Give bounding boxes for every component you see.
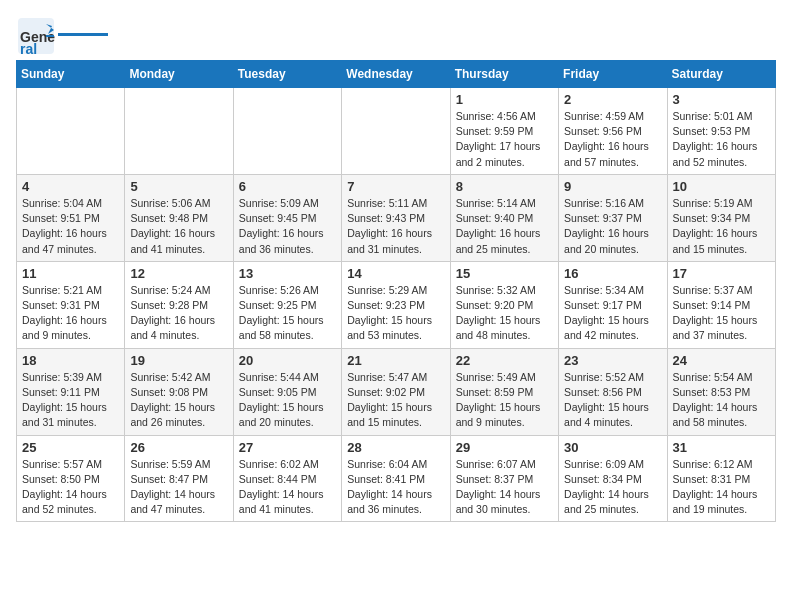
day-number: 7 <box>347 179 444 194</box>
calendar-cell: 15Sunrise: 5:32 AM Sunset: 9:20 PM Dayli… <box>450 261 558 348</box>
day-info: Sunrise: 5:14 AM Sunset: 9:40 PM Dayligh… <box>456 196 553 257</box>
calendar-cell: 4Sunrise: 5:04 AM Sunset: 9:51 PM Daylig… <box>17 174 125 261</box>
calendar-week-row: 4Sunrise: 5:04 AM Sunset: 9:51 PM Daylig… <box>17 174 776 261</box>
calendar-cell: 26Sunrise: 5:59 AM Sunset: 8:47 PM Dayli… <box>125 435 233 522</box>
day-info: Sunrise: 5:52 AM Sunset: 8:56 PM Dayligh… <box>564 370 661 431</box>
day-info: Sunrise: 4:59 AM Sunset: 9:56 PM Dayligh… <box>564 109 661 170</box>
day-number: 23 <box>564 353 661 368</box>
day-number: 14 <box>347 266 444 281</box>
day-number: 25 <box>22 440 119 455</box>
day-number: 26 <box>130 440 227 455</box>
day-info: Sunrise: 5:34 AM Sunset: 9:17 PM Dayligh… <box>564 283 661 344</box>
day-number: 2 <box>564 92 661 107</box>
calendar-cell: 20Sunrise: 5:44 AM Sunset: 9:05 PM Dayli… <box>233 348 341 435</box>
calendar-cell <box>17 88 125 175</box>
calendar-cell: 5Sunrise: 5:06 AM Sunset: 9:48 PM Daylig… <box>125 174 233 261</box>
day-info: Sunrise: 6:12 AM Sunset: 8:31 PM Dayligh… <box>673 457 770 518</box>
day-info: Sunrise: 5:39 AM Sunset: 9:11 PM Dayligh… <box>22 370 119 431</box>
day-number: 21 <box>347 353 444 368</box>
calendar-cell: 18Sunrise: 5:39 AM Sunset: 9:11 PM Dayli… <box>17 348 125 435</box>
calendar-table: SundayMondayTuesdayWednesdayThursdayFrid… <box>16 60 776 522</box>
day-info: Sunrise: 6:09 AM Sunset: 8:34 PM Dayligh… <box>564 457 661 518</box>
calendar-cell: 19Sunrise: 5:42 AM Sunset: 9:08 PM Dayli… <box>125 348 233 435</box>
day-info: Sunrise: 5:09 AM Sunset: 9:45 PM Dayligh… <box>239 196 336 257</box>
calendar-day-header: Monday <box>125 61 233 88</box>
day-number: 16 <box>564 266 661 281</box>
day-info: Sunrise: 5:11 AM Sunset: 9:43 PM Dayligh… <box>347 196 444 257</box>
day-info: Sunrise: 5:26 AM Sunset: 9:25 PM Dayligh… <box>239 283 336 344</box>
day-number: 6 <box>239 179 336 194</box>
calendar-cell: 24Sunrise: 5:54 AM Sunset: 8:53 PM Dayli… <box>667 348 775 435</box>
day-number: 8 <box>456 179 553 194</box>
day-info: Sunrise: 5:24 AM Sunset: 9:28 PM Dayligh… <box>130 283 227 344</box>
calendar-header-row: SundayMondayTuesdayWednesdayThursdayFrid… <box>17 61 776 88</box>
logo: Gene ral <box>16 16 108 52</box>
calendar-cell: 23Sunrise: 5:52 AM Sunset: 8:56 PM Dayli… <box>559 348 667 435</box>
calendar-cell: 3Sunrise: 5:01 AM Sunset: 9:53 PM Daylig… <box>667 88 775 175</box>
day-number: 9 <box>564 179 661 194</box>
calendar-cell: 28Sunrise: 6:04 AM Sunset: 8:41 PM Dayli… <box>342 435 450 522</box>
calendar-cell: 21Sunrise: 5:47 AM Sunset: 9:02 PM Dayli… <box>342 348 450 435</box>
day-number: 31 <box>673 440 770 455</box>
calendar-cell: 8Sunrise: 5:14 AM Sunset: 9:40 PM Daylig… <box>450 174 558 261</box>
calendar-cell: 2Sunrise: 4:59 AM Sunset: 9:56 PM Daylig… <box>559 88 667 175</box>
day-number: 27 <box>239 440 336 455</box>
day-number: 29 <box>456 440 553 455</box>
calendar-day-header: Saturday <box>667 61 775 88</box>
day-number: 4 <box>22 179 119 194</box>
calendar-week-row: 11Sunrise: 5:21 AM Sunset: 9:31 PM Dayli… <box>17 261 776 348</box>
day-info: Sunrise: 5:16 AM Sunset: 9:37 PM Dayligh… <box>564 196 661 257</box>
calendar-day-header: Tuesday <box>233 61 341 88</box>
calendar-day-header: Thursday <box>450 61 558 88</box>
calendar-cell: 27Sunrise: 6:02 AM Sunset: 8:44 PM Dayli… <box>233 435 341 522</box>
day-info: Sunrise: 5:57 AM Sunset: 8:50 PM Dayligh… <box>22 457 119 518</box>
day-info: Sunrise: 5:19 AM Sunset: 9:34 PM Dayligh… <box>673 196 770 257</box>
calendar-cell: 13Sunrise: 5:26 AM Sunset: 9:25 PM Dayli… <box>233 261 341 348</box>
svg-text:ral: ral <box>20 41 37 56</box>
calendar-cell: 1Sunrise: 4:56 AM Sunset: 9:59 PM Daylig… <box>450 88 558 175</box>
day-number: 19 <box>130 353 227 368</box>
day-info: Sunrise: 5:44 AM Sunset: 9:05 PM Dayligh… <box>239 370 336 431</box>
day-info: Sunrise: 5:04 AM Sunset: 9:51 PM Dayligh… <box>22 196 119 257</box>
calendar-cell: 31Sunrise: 6:12 AM Sunset: 8:31 PM Dayli… <box>667 435 775 522</box>
calendar-cell: 29Sunrise: 6:07 AM Sunset: 8:37 PM Dayli… <box>450 435 558 522</box>
calendar-cell: 11Sunrise: 5:21 AM Sunset: 9:31 PM Dayli… <box>17 261 125 348</box>
day-number: 18 <box>22 353 119 368</box>
day-info: Sunrise: 5:21 AM Sunset: 9:31 PM Dayligh… <box>22 283 119 344</box>
calendar-day-header: Sunday <box>17 61 125 88</box>
calendar-cell: 25Sunrise: 5:57 AM Sunset: 8:50 PM Dayli… <box>17 435 125 522</box>
day-info: Sunrise: 6:02 AM Sunset: 8:44 PM Dayligh… <box>239 457 336 518</box>
calendar-cell: 16Sunrise: 5:34 AM Sunset: 9:17 PM Dayli… <box>559 261 667 348</box>
day-number: 30 <box>564 440 661 455</box>
day-number: 10 <box>673 179 770 194</box>
day-number: 11 <box>22 266 119 281</box>
calendar-cell: 14Sunrise: 5:29 AM Sunset: 9:23 PM Dayli… <box>342 261 450 348</box>
calendar-cell: 22Sunrise: 5:49 AM Sunset: 8:59 PM Dayli… <box>450 348 558 435</box>
calendar-cell <box>342 88 450 175</box>
day-info: Sunrise: 5:47 AM Sunset: 9:02 PM Dayligh… <box>347 370 444 431</box>
day-number: 12 <box>130 266 227 281</box>
page-header: Gene ral <box>16 16 776 52</box>
calendar-week-row: 1Sunrise: 4:56 AM Sunset: 9:59 PM Daylig… <box>17 88 776 175</box>
day-number: 22 <box>456 353 553 368</box>
day-number: 24 <box>673 353 770 368</box>
day-number: 20 <box>239 353 336 368</box>
day-info: Sunrise: 5:01 AM Sunset: 9:53 PM Dayligh… <box>673 109 770 170</box>
calendar-day-header: Wednesday <box>342 61 450 88</box>
day-number: 3 <box>673 92 770 107</box>
day-number: 1 <box>456 92 553 107</box>
logo-icon: Gene ral <box>16 16 52 52</box>
calendar-cell <box>125 88 233 175</box>
calendar-cell: 6Sunrise: 5:09 AM Sunset: 9:45 PM Daylig… <box>233 174 341 261</box>
day-info: Sunrise: 5:54 AM Sunset: 8:53 PM Dayligh… <box>673 370 770 431</box>
day-info: Sunrise: 5:37 AM Sunset: 9:14 PM Dayligh… <box>673 283 770 344</box>
day-info: Sunrise: 5:59 AM Sunset: 8:47 PM Dayligh… <box>130 457 227 518</box>
day-info: Sunrise: 5:29 AM Sunset: 9:23 PM Dayligh… <box>347 283 444 344</box>
calendar-cell: 9Sunrise: 5:16 AM Sunset: 9:37 PM Daylig… <box>559 174 667 261</box>
calendar-day-header: Friday <box>559 61 667 88</box>
day-info: Sunrise: 5:32 AM Sunset: 9:20 PM Dayligh… <box>456 283 553 344</box>
calendar-cell: 30Sunrise: 6:09 AM Sunset: 8:34 PM Dayli… <box>559 435 667 522</box>
day-number: 17 <box>673 266 770 281</box>
day-info: Sunrise: 6:04 AM Sunset: 8:41 PM Dayligh… <box>347 457 444 518</box>
day-number: 5 <box>130 179 227 194</box>
